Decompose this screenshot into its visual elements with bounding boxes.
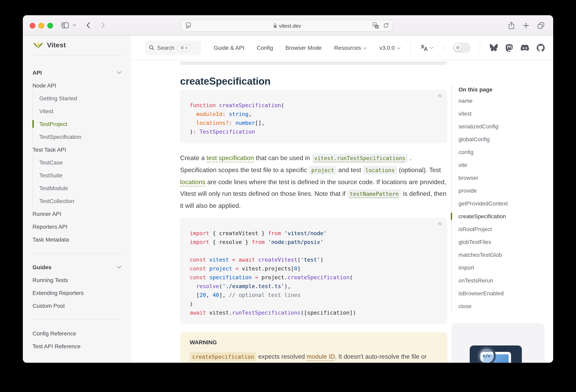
code-line	[190, 246, 438, 255]
address-bar[interactable]: vitest.dev Ax	[181, 20, 393, 32]
nav-dropdown-resources[interactable]: Resources	[334, 45, 367, 51]
browser-window: vitest.dev Ax	[23, 15, 553, 363]
sidebar-item-testcase[interactable]: TestCase	[39, 156, 121, 169]
sponsor-ad-card[interactable]: </>	[451, 323, 545, 363]
toc-item-ontestsrerun[interactable]: onTestsRerun	[459, 274, 553, 287]
bluesky-icon[interactable]	[490, 44, 498, 51]
toc-item-isrootproject[interactable]: isRootProject	[459, 223, 553, 236]
nav-link-config[interactable]: Config	[257, 45, 273, 51]
code-line: [20, 40], // optional test lines	[190, 291, 438, 299]
toc-item-globalconfig[interactable]: globalConfig	[459, 133, 553, 146]
zoom-window-button[interactable]	[47, 23, 53, 29]
sidebar-item-runner-api[interactable]: Runner API	[32, 208, 121, 220]
toc-title: On this page	[459, 85, 553, 94]
url-text[interactable]: vitest.dev	[279, 23, 301, 29]
chevron-down-icon	[117, 266, 121, 269]
top-navbar: Search ⌘ K Guide & API Config Browser Mo…	[131, 36, 553, 60]
main-area: Search ⌘ K Guide & API Config Browser Mo…	[131, 36, 553, 363]
toc-item-getprovidedcontext[interactable]: getProvidedContext	[459, 197, 553, 210]
code-block-example[interactable]: ts import { createVitest } from 'vitest/…	[180, 218, 447, 324]
sidebar-item-vitest[interactable]: Vitest	[39, 105, 121, 118]
discord-icon[interactable]	[521, 45, 529, 51]
code-line: ): TestSpecification	[190, 127, 438, 136]
nav-divider	[410, 43, 411, 53]
toc-item-name[interactable]: name	[459, 94, 553, 107]
sidebar-section-api[interactable]: API	[32, 66, 121, 79]
text-link[interactable]: locations	[180, 179, 205, 185]
toc-item-close[interactable]: close	[459, 300, 553, 313]
inline-code-link[interactable]: testNamePattern	[347, 189, 401, 198]
search-label: Search	[157, 45, 174, 51]
toc-item-import[interactable]: import	[459, 261, 553, 274]
browser-titlebar: vitest.dev Ax	[23, 15, 553, 36]
github-icon[interactable]	[537, 44, 545, 52]
share-icon[interactable]	[508, 22, 515, 29]
sidebar-toggle-icon[interactable]	[61, 22, 69, 29]
inline-code-link[interactable]: vitest.runTestSpecifications	[312, 154, 408, 162]
minimize-window-button[interactable]	[38, 23, 44, 29]
code-line: function createSpecification(	[190, 101, 438, 110]
sidebar-item-testmodule[interactable]: TestModule	[39, 182, 121, 195]
sidebar-item-testproject[interactable]: TestProject	[39, 118, 121, 130]
sidebar-chevron-icon[interactable]	[73, 24, 76, 27]
sidebar-item-running-tests[interactable]: Running Tests	[32, 274, 121, 286]
reload-icon[interactable]	[383, 23, 389, 29]
sidebar-item-reporters-api[interactable]: Reporters API	[32, 220, 121, 233]
toc-item-vitest[interactable]: vitest	[459, 107, 553, 120]
ad-image: </>	[470, 345, 522, 363]
toc-item-config[interactable]: config	[459, 146, 553, 158]
sidebar-item-config-reference[interactable]: Config Reference	[32, 327, 121, 340]
nav-link-guide-api[interactable]: Guide & API	[214, 45, 244, 51]
sidebar-item-extending-reporters[interactable]: Extending Reporters	[32, 286, 121, 299]
code-lang-badge: ts	[438, 221, 442, 226]
svg-text:x: x	[376, 25, 378, 28]
toc-item-matchestestglob[interactable]: matchesTestGlob	[459, 248, 553, 261]
search-kbd: ⌘ K	[178, 44, 191, 51]
mastodon-icon[interactable]	[505, 44, 513, 52]
text-link[interactable]: test specification	[206, 154, 254, 161]
text-link[interactable]: module ID	[307, 353, 335, 360]
sidebar-item-testspecification[interactable]: TestSpecification	[39, 130, 121, 143]
chevron-down-icon	[117, 71, 121, 74]
theme-toggle[interactable]	[453, 43, 470, 53]
sidebar-item-node-api[interactable]: Node API	[32, 79, 121, 92]
nav-link-browser-mode[interactable]: Browser Mode	[285, 45, 322, 51]
toc-item-serializedconfig[interactable]: serializedConfig	[459, 120, 553, 133]
back-icon[interactable]	[86, 22, 90, 29]
traffic-lights	[30, 23, 53, 29]
toc-item-createspecification[interactable]: createSpecification	[459, 210, 553, 223]
page-content: createSpecification ts function createSp…	[131, 60, 553, 363]
sidebar-item-test-api-reference[interactable]: Test API Reference	[32, 340, 121, 353]
sidebar-item-task-metadata[interactable]: Task Metadata	[32, 233, 121, 246]
sidebar-section-guides[interactable]: Guides	[32, 261, 121, 274]
toc-item-globtestfiles[interactable]: globTestFiles	[459, 236, 553, 248]
site-logo[interactable]: Vitest	[23, 36, 131, 55]
sidebar-item-testcollection[interactable]: TestCollection	[39, 195, 121, 208]
code-line: import { createVitest } from 'vitest/nod…	[190, 229, 438, 238]
toc-item-vite[interactable]: vite	[459, 158, 553, 171]
code-block-signature[interactable]: ts function createSpecification( moduleI…	[180, 90, 447, 143]
code-line: resolve('./example.test.ts'),	[190, 282, 438, 291]
inline-code: createSpecification	[190, 352, 257, 361]
doc-paragraph: Create a test specification that can be …	[180, 152, 447, 211]
sidebar-item-testsuite[interactable]: TestSuite	[39, 169, 121, 182]
tab-overview-icon[interactable]	[538, 22, 544, 29]
toc-item-provide[interactable]: provide	[459, 184, 553, 197]
language-menu[interactable]	[420, 44, 433, 52]
close-window-button[interactable]	[30, 23, 35, 29]
nav-dropdown-version[interactable]: v3.0.0	[379, 45, 401, 51]
forward-icon[interactable]	[101, 22, 105, 29]
inline-code: locations	[363, 166, 397, 175]
toc-item-isbrowserenabled[interactable]: isBrowserEnabled	[459, 287, 553, 300]
sidebar-item-test-task-api[interactable]: Test Task API	[32, 143, 121, 156]
translate-page-icon[interactable]: Ax	[372, 22, 379, 29]
search-button[interactable]: Search ⌘ K	[145, 40, 201, 55]
code-line: const specification = project.createSpec…	[190, 273, 438, 282]
toc-item-browser[interactable]: browser	[459, 171, 553, 184]
code-line: const project = vitest.projects[0]	[190, 264, 438, 273]
sidebar-item-custom-pool[interactable]: Custom Pool	[32, 299, 121, 312]
new-tab-icon[interactable]	[523, 22, 529, 28]
code-line: await vitest.runTestSpecifications([spec…	[190, 308, 438, 317]
sidebar-item-getting-started[interactable]: Getting Started	[39, 92, 121, 105]
text: and test	[337, 167, 363, 173]
